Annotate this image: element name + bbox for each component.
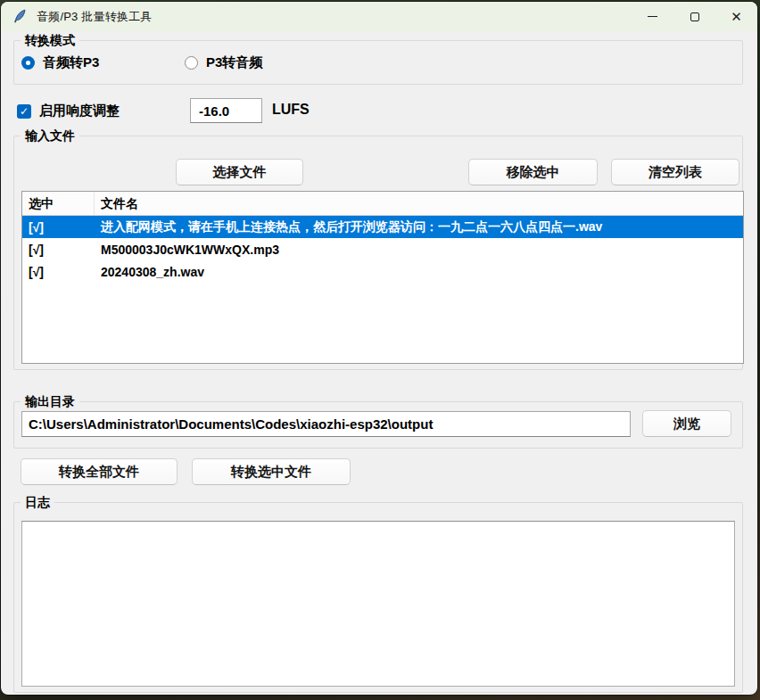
radio-selected-icon — [21, 56, 35, 70]
log-group: 日志 — [13, 502, 743, 693]
minimize-button[interactable] — [632, 2, 673, 31]
minimize-icon — [648, 16, 657, 18]
clear-list-button[interactable]: 清空列表 — [611, 159, 739, 185]
window-controls: ✕ — [632, 2, 757, 31]
maximize-icon — [690, 12, 699, 21]
remove-selected-button[interactable]: 移除选中 — [468, 159, 598, 185]
row-filename-cell: M500003J0cWK1WWxQX.mp3 — [95, 243, 743, 257]
radio-p3-to-audio-label: P3转音频 — [206, 54, 262, 71]
loudness-checkbox-label: 启用响度调整 — [39, 103, 120, 119]
table-row[interactable]: [√] 20240308_zh.wav — [22, 260, 743, 283]
close-icon: ✕ — [731, 10, 742, 23]
window-title: 音频/P3 批量转换工具 — [37, 9, 153, 25]
file-table: 选中 文件名 [√] 进入配网模式，请在手机上连接热点，然后打开浏览器访问：一九… — [21, 191, 744, 364]
file-table-header: 选中 文件名 — [22, 192, 743, 216]
row-filename-cell: 20240308_zh.wav — [95, 265, 743, 279]
maximize-button[interactable] — [673, 2, 715, 31]
radio-unselected-icon — [185, 56, 198, 70]
log-label: 日志 — [21, 494, 54, 510]
conversion-mode-label: 转换模式 — [21, 32, 79, 48]
convert-selected-button[interactable]: 转换选中文件 — [192, 458, 351, 485]
checkbox-checked-icon: ✓ — [17, 104, 31, 119]
input-files-group: 输入文件 选择文件 移除选中 清空列表 选中 文件名 [√] 进入配网模式，请在… — [13, 136, 743, 370]
row-filename-cell: 进入配网模式，请在手机上连接热点，然后打开浏览器访问：一九二点一六八点四点一.w… — [95, 219, 743, 235]
output-directory-label: 输出目录 — [21, 393, 79, 409]
select-files-button[interactable]: 选择文件 — [176, 159, 303, 185]
table-row[interactable]: [√] M500003J0cWK1WWxQX.mp3 — [22, 238, 743, 260]
lufs-unit-label: LUFS — [272, 102, 310, 118]
column-header-checked[interactable]: 选中 — [22, 192, 95, 215]
log-textarea[interactable] — [21, 521, 735, 687]
tk-feather-icon — [12, 9, 28, 24]
table-row[interactable]: [√] 进入配网模式，请在手机上连接热点，然后打开浏览器访问：一九二点一六八点四… — [22, 216, 743, 238]
radio-p3-to-audio[interactable]: P3转音频 — [185, 54, 262, 71]
row-check-cell: [√] — [22, 243, 95, 257]
conversion-mode-group: 转换模式 音频转P3 P3转音频 — [13, 40, 743, 85]
app-window: 音频/P3 批量转换工具 ✕ 转换模式 音频转P3 P3转音频 ✓ 启用响度调整… — [1, 2, 757, 695]
loudness-checkbox[interactable]: ✓ 启用响度调整 — [17, 103, 120, 119]
output-directory-group: 输出目录 浏览 — [13, 401, 743, 449]
browse-button[interactable]: 浏览 — [642, 410, 731, 437]
output-path-input[interactable] — [21, 411, 631, 437]
close-button[interactable]: ✕ — [715, 2, 757, 31]
titlebar: 音频/P3 批量转换工具 ✕ — [1, 2, 757, 31]
row-check-cell: [√] — [22, 220, 95, 235]
radio-audio-to-p3-label: 音频转P3 — [43, 54, 99, 71]
input-files-label: 输入文件 — [21, 128, 79, 144]
row-check-cell: [√] — [22, 265, 95, 279]
column-header-filename[interactable]: 文件名 — [95, 192, 743, 215]
lufs-value-input[interactable] — [190, 98, 262, 123]
convert-all-button[interactable]: 转换全部文件 — [21, 458, 178, 485]
radio-audio-to-p3[interactable]: 音频转P3 — [21, 54, 99, 71]
